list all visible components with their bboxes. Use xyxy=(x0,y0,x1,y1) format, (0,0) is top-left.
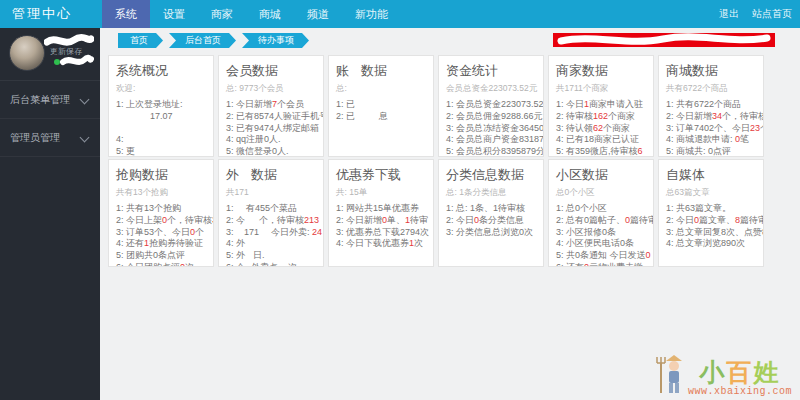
stat-card: 自媒体总63篇文章1: 共63篇文章。2: 今日0篇文章、8篇待审核3: 总文章… xyxy=(658,159,764,267)
card-subtitle: 共1711个商家 xyxy=(556,83,646,95)
redacted-text-gap xyxy=(259,229,271,235)
redacted-text-gap xyxy=(355,101,383,107)
redacted-text-gap xyxy=(135,148,163,154)
header-right-links: 退出 站点首页 xyxy=(719,0,792,28)
card-stat-line: 1: 今日新增7个会员 xyxy=(226,99,316,111)
card-subtitle: 总0个小区 xyxy=(556,187,646,199)
watermark-url: www.xbaixing.com xyxy=(688,386,792,397)
card-title: 小区数据 xyxy=(556,166,646,184)
card-subtitle: 共: 15单 xyxy=(336,187,426,199)
farmer-mascot-icon xyxy=(656,353,686,397)
nav-item-商家[interactable]: 商家 xyxy=(198,0,246,28)
card-stat-line: 2: 今日上架0个，待审核3个 xyxy=(116,215,206,227)
card-stat-line: 3: 订单53个、今日0个 xyxy=(116,227,206,239)
stat-card: 会员数据总: 9773个会员1: 今日新增7个会员2: 已有8574人验证手机号… xyxy=(218,55,324,157)
nav-item-商城[interactable]: 商城 xyxy=(246,0,294,28)
card-title: 优惠券下载 xyxy=(336,166,426,184)
card-stat-line: 4: 已有18商家已认证 xyxy=(556,134,646,146)
card-stat-line: 5: 会员总积分8395879分 xyxy=(446,146,536,157)
card-stat-line: 4: qq注册0人. xyxy=(226,134,316,146)
nav-item-新功能[interactable]: 新功能 xyxy=(342,0,401,28)
card-subtitle: 会员总资金223073.52元 xyxy=(446,83,536,95)
chevron-down-icon xyxy=(80,95,90,105)
stat-card: 外数据共1711: 有455个菜品2: 今个，待审核2133: 171今日外卖:… xyxy=(218,159,324,267)
stat-card: 账数据总:1: 已2: 已息 xyxy=(328,55,434,157)
card-stat-line: 1: 已 xyxy=(336,99,426,111)
card-stat-line: 3: 已有9474人绑定邮箱 xyxy=(226,123,316,135)
card-stat-line: 17.07 xyxy=(116,111,206,123)
update-save-button[interactable]: 更新保存 xyxy=(50,46,82,57)
card-stat-line: 1: 共有13个抢购 xyxy=(116,203,206,215)
card-stat-line: 1: 有455个菜品 xyxy=(226,203,316,215)
redacted-text-gap xyxy=(239,173,251,179)
redacted-text-gap xyxy=(245,252,253,258)
sidebar-item-后台菜单管理[interactable]: 后台菜单管理 xyxy=(0,81,100,119)
card-subtitle: 总63篇文章 xyxy=(666,187,756,199)
main-nav: 系统设置商家商城频道新功能 xyxy=(102,0,401,28)
nav-item-设置[interactable]: 设置 xyxy=(150,0,198,28)
top-header-bar: 管理中心 系统设置商家商城频道新功能 退出 站点首页 xyxy=(0,0,800,28)
redacted-text-gap xyxy=(135,85,177,91)
card-stat-line: 1: 会员总资金223073.52元 xyxy=(446,99,536,111)
stat-card: 商城数据共有6722个商品1: 共有6722个商品2: 今日新增34个，待审核4… xyxy=(658,55,764,157)
card-stat-line: 2: 今个，待审核213 xyxy=(226,215,316,227)
redacted-text-gap xyxy=(245,240,269,246)
nav-item-频道[interactable]: 频道 xyxy=(294,0,342,28)
redacted-text-gap xyxy=(126,136,160,142)
card-stat-line: 1: 共有6722个商品 xyxy=(666,99,756,111)
card-title: 外数据 xyxy=(226,166,316,184)
nav-item-系统[interactable]: 系统 xyxy=(102,0,150,28)
card-stat-line: 3: 优惠券总下载2794次 xyxy=(336,227,426,239)
card-stat-line: 5: 微信登录0人. xyxy=(226,146,316,157)
redacted-text-gap xyxy=(236,205,246,211)
stat-card: 优惠券下载共: 15单1: 网站共15单优惠券2: 今日新增0单、1待审3: 优… xyxy=(328,159,434,267)
redacted-text-gap xyxy=(183,101,209,107)
redacted-text-gap xyxy=(355,113,379,119)
card-stat-line: 6: 还有0元物业费未缴 xyxy=(556,262,646,267)
card-stat-line: 4: 小区便民电话0条 xyxy=(556,238,646,250)
stat-card: 系统概况欢迎:1: 上次登录地址:17.074: 5: 更5: 不 xyxy=(108,55,214,157)
card-stat-line: 4: 外 xyxy=(226,238,316,250)
card-stat-line: 2: 今日新增0单、1待审 xyxy=(336,215,426,227)
avatar xyxy=(9,35,45,71)
stat-card: 商家数据共1711个商家1: 今日1商家申请入驻2: 待审核162个商家3: 待… xyxy=(548,55,654,157)
logout-link[interactable]: 退出 xyxy=(719,0,739,28)
card-stat-line: 5: 有359微店,待审核6 xyxy=(556,146,646,157)
breadcrumb-首页[interactable]: 首页 xyxy=(118,33,163,48)
sidebar-menu: 后台菜单管理管理员管理 xyxy=(0,81,100,157)
card-stat-line: 2: 今日0条分类信息 xyxy=(446,215,536,227)
sidebar-item-管理员管理[interactable]: 管理员管理 xyxy=(0,119,100,157)
redacted-text-gap xyxy=(278,264,288,267)
card-stat-line: 2: 总有0篇帖子、0篇待审核 xyxy=(556,215,646,227)
card-title: 资金统计 xyxy=(446,62,536,80)
card-subtitle: 共有13个抢购 xyxy=(116,187,206,199)
card-stat-line: 5: 外日. xyxy=(226,250,316,262)
redacted-text-gap xyxy=(347,85,369,91)
card-stat-line: 3: 总文章回复8次、点赞87次 xyxy=(666,227,756,239)
stat-card: 抢购数据共有13个抢购1: 共有13个抢购2: 今日上架0个，待审核3个3: 订… xyxy=(108,159,214,267)
site-home-link[interactable]: 站点首页 xyxy=(752,0,792,28)
card-stat-line: 3: 171今日外卖: 24 xyxy=(226,227,316,239)
redacted-text-gap xyxy=(116,113,150,119)
profile-panel: 更新保存 xyxy=(0,28,100,81)
card-title: 商家数据 xyxy=(556,62,646,80)
card-stat-line: 3: 订单7402个、今日23个 xyxy=(666,123,756,135)
card-stat-line: 3: 分类信息总浏览0次 xyxy=(446,227,536,239)
breadcrumb-后台首页[interactable]: 后台首页 xyxy=(169,33,236,48)
card-stat-line: 3: 小区报修0条 xyxy=(556,227,646,239)
card-stat-line: 2: 今日0篇文章、8篇待审核 xyxy=(666,215,756,227)
redacted-text-gap xyxy=(249,189,269,195)
card-stat-line: 4: 商城退款申请: 0笔 xyxy=(666,134,756,146)
card-stat-line: 1: 总0个小区 xyxy=(556,203,646,215)
card-stat-line: 3: 待认领62个商家 xyxy=(556,123,646,135)
card-stat-line: 1: 上次登录地址: xyxy=(116,99,206,111)
card-stat-line: 2: 今日新增34个，待审核47个 xyxy=(666,111,756,123)
card-stat-line: 2: 会员总佣金9288.66元 xyxy=(446,111,536,123)
card-stat-line: 5: 团购共0条点评 xyxy=(116,250,206,262)
card-subtitle: 总: 1条分类信息 xyxy=(446,187,536,199)
card-stat-line: 5: 共0条通知 今日发送0 xyxy=(556,250,646,262)
site-watermark: 小百姓 www.xbaixing.com xyxy=(656,353,792,397)
breadcrumb-待办事项[interactable]: 待办事项 xyxy=(242,33,309,48)
card-subtitle: 总: xyxy=(336,83,426,95)
redacted-text-gap xyxy=(349,69,361,75)
